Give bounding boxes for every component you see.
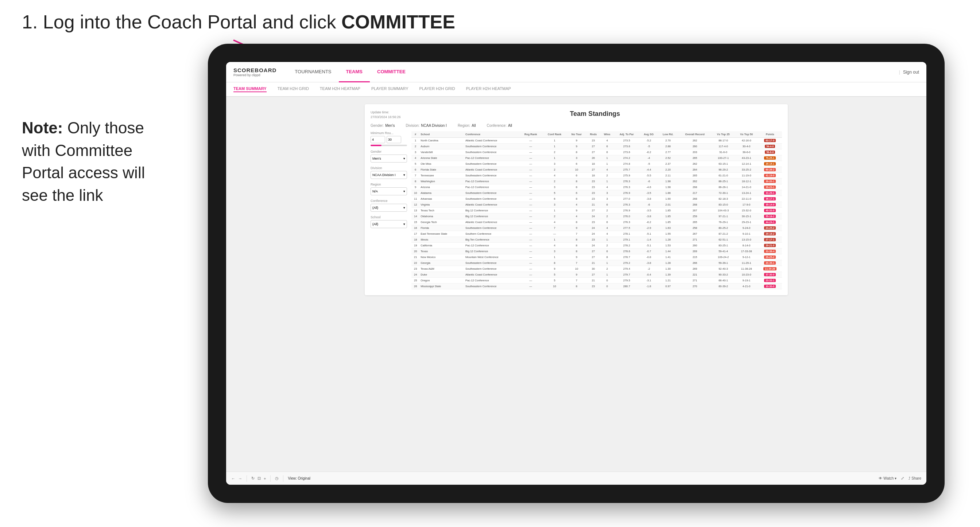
table-cell-25-7: 0 <box>600 284 614 289</box>
chevron-down-icon: ▾ <box>403 189 405 193</box>
sub-nav-player-h2h-grid[interactable]: PLAYER H2H GRID <box>419 86 455 92</box>
table-cell-10-6: 23 <box>587 196 601 202</box>
table-row: 25OregonPac-12 Conference—57210279.5-3.1… <box>411 278 782 284</box>
min-rounds-slider[interactable] <box>371 145 407 146</box>
table-cell-7-10: 1.98 <box>658 179 678 184</box>
toolbar-add-btn[interactable]: + <box>264 476 266 481</box>
table-cell-4-10: 2.37 <box>658 161 678 167</box>
table-cell-8-12: 86-26-1 <box>711 184 735 190</box>
table-cell-19-13: 17-33-38 <box>735 249 758 254</box>
table-cell-0-14: 63-17-0 <box>758 138 782 144</box>
view-original-btn[interactable]: View: Original <box>288 476 310 480</box>
table-cell-0-10: 2.70 <box>658 138 678 144</box>
table-cell-19-2: Big 12 Conference <box>464 249 519 254</box>
table-cell-0-0: 1 <box>411 138 419 144</box>
filter-region-select[interactable]: N/A ▾ <box>371 187 407 195</box>
toolbar-back-btn[interactable]: ← <box>231 476 235 481</box>
expand-btn[interactable]: ⤢ <box>901 476 904 481</box>
table-cell-0-5: 9 <box>567 138 586 144</box>
table-cell-24-0: 25 <box>411 278 419 284</box>
sub-nav-team-h2h-grid[interactable]: TEAM H2H GRID <box>278 86 309 92</box>
table-cell-7-9: -6 <box>640 179 658 184</box>
filter-division-label: Division <box>371 166 407 170</box>
filter-gender-select[interactable]: Men's ▾ <box>371 154 407 162</box>
table-cell-5-9: -4.4 <box>640 167 658 173</box>
table-cell-19-6: 27 <box>587 249 601 254</box>
table-cell-21-8: 279.2 <box>614 260 640 266</box>
col-adj-par: Adj. To Par <box>614 131 640 138</box>
table-cell-15-4: 7 <box>542 225 567 231</box>
points-badge: 54-4-0 <box>765 145 775 148</box>
sub-nav-team-summary[interactable]: TEAM SUMMARY <box>234 86 267 92</box>
table-cell-13-11: 259 <box>678 214 711 219</box>
sign-out-link[interactable]: Sign out <box>903 70 919 75</box>
sub-nav-team-h2h-heatmap[interactable]: TEAM H2H HEATMAP <box>320 86 360 92</box>
toolbar-fwd-btn[interactable]: → <box>238 476 242 481</box>
table-cell-25-8: 280.7 <box>614 284 640 289</box>
table-cell-12-3: — <box>519 208 542 214</box>
table-cell-3-3: — <box>519 155 542 161</box>
table-row: 13Texas TechBig 12 Conference—19272276.9… <box>411 208 782 214</box>
table-cell-20-0: 21 <box>411 254 419 260</box>
table-cell-5-3: — <box>519 167 542 173</box>
min-rounds-max[interactable]: 30 <box>387 136 401 143</box>
table-cell-1-5: 9 <box>567 144 586 149</box>
toolbar-clock-btn[interactable]: ◷ <box>275 476 278 481</box>
filter-division-select[interactable]: NCAA Division I ▾ <box>371 171 407 179</box>
chevron-down-icon: ▾ <box>403 222 405 226</box>
table-cell-8-3: — <box>519 184 542 190</box>
table-cell-10-0: 11 <box>411 196 419 202</box>
table-cell-5-12: 96-29-2 <box>711 167 735 173</box>
table-row: 18IllinoisBig Ten Conference—18231279.1-… <box>411 237 782 243</box>
nav-tournaments[interactable]: TOURNAMENTS <box>287 62 339 83</box>
table-cell-9-8: 276.9 <box>614 190 640 196</box>
table-cell-25-13: 4-21-0 <box>735 284 758 289</box>
table-cell-20-13: 9-12-1 <box>735 254 758 260</box>
col-rnds: Rnds <box>587 131 601 138</box>
note-box: Note: Only those with Committee Portal a… <box>22 117 161 206</box>
sub-nav-player-h2h-heatmap[interactable]: PLAYER H2H HEATMAP <box>466 86 511 92</box>
sign-out-area: |Sign out <box>899 70 919 75</box>
points-badge: 44-24-1 <box>764 221 776 224</box>
table-cell-0-13: 42-16-0 <box>735 138 758 144</box>
watch-btn[interactable]: 👁 Watch ▾ <box>878 476 896 480</box>
share-btn[interactable]: ⤴ Share <box>908 476 921 480</box>
table-cell-6-7: 2 <box>600 173 614 179</box>
table-cell-19-3: — <box>519 249 542 254</box>
table-cell-21-7: 1 <box>600 260 614 266</box>
table-cell-20-9: -0.8 <box>640 254 658 260</box>
table-cell-25-5: 8 <box>567 284 586 289</box>
chevron-down-icon: ▾ <box>403 157 405 160</box>
table-cell-0-1: North Carolina <box>419 138 464 144</box>
table-cell-3-7: 1 <box>600 155 614 161</box>
top-nav: SCOREBOARD Powered by clippd TOURNAMENTS… <box>226 62 926 83</box>
table-cell-21-13: 11-29-1 <box>735 260 758 266</box>
table-cell-6-11: 265 <box>678 173 711 179</box>
card-title: Team Standings <box>408 110 782 118</box>
table-cell-23-2: Atlantic Coast Conference <box>464 272 519 278</box>
table-cell-15-12: 80-25-2 <box>711 225 735 231</box>
col-low-rd: Low Rd. <box>658 131 678 138</box>
table-cell-24-10: 1.21 <box>658 278 678 284</box>
table-cell-6-1: Tennessee <box>419 173 464 179</box>
table-cell-14-7: 6 <box>600 219 614 225</box>
table-cell-9-9: -3.5 <box>640 190 658 196</box>
filter-conference-select[interactable]: (All) ▾ <box>371 204 407 212</box>
filter-region-label: Region <box>371 183 407 186</box>
table-cell-1-14: 54-4-0 <box>758 144 782 149</box>
table-cell-14-5: 8 <box>567 219 586 225</box>
table-cell-17-0: 18 <box>411 237 419 243</box>
table-cell-20-2: Mountain West Conference <box>464 254 519 260</box>
table-cell-5-13: 33-25-2 <box>735 167 758 173</box>
tablet-screen: SCOREBOARD Powered by clippd TOURNAMENTS… <box>226 62 926 485</box>
toolbar-refresh-btn[interactable]: ↻ <box>251 476 255 481</box>
min-rounds-min[interactable]: 4 <box>371 136 385 143</box>
sub-nav-player-summary[interactable]: PLAYER SUMMARY <box>371 86 409 92</box>
toolbar-share-icon[interactable]: ⊡ <box>258 476 261 481</box>
table-cell-9-13: 13-24-1 <box>735 190 758 196</box>
nav-teams[interactable]: TEAMS <box>339 62 370 83</box>
table-cell-25-9: -1.8 <box>640 284 658 289</box>
nav-committee[interactable]: COMMITTEE <box>370 62 413 83</box>
table-cell-24-9: -3.1 <box>640 278 658 284</box>
filter-school-select[interactable]: (All) ▾ <box>371 220 407 228</box>
